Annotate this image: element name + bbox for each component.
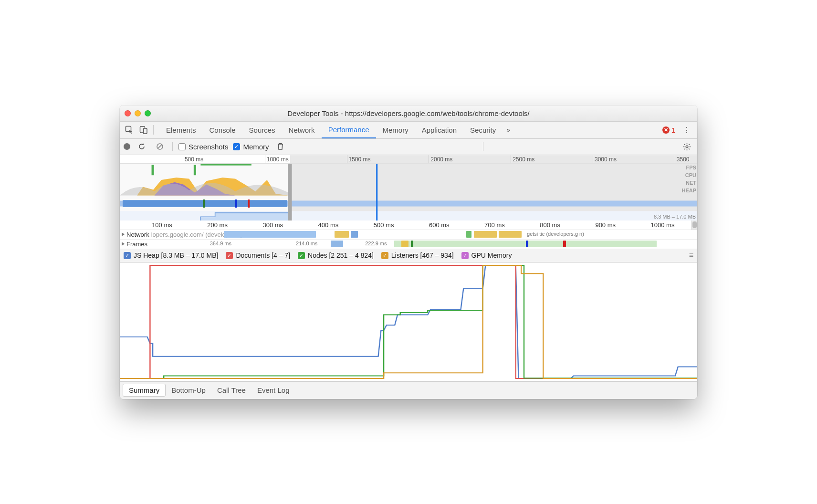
panel-tab-elements[interactable]: Elements (159, 122, 203, 138)
svg-rect-2 (144, 128, 147, 134)
counter-swatch-icon (226, 252, 233, 259)
counters-menu-icon[interactable]: ≡ (689, 251, 693, 260)
frame-bar[interactable] (563, 241, 566, 247)
vertical-scrollbar[interactable] (691, 220, 697, 230)
memory-chart[interactable] (120, 262, 697, 382)
window-titlebar: Developer Tools - https://developers.goo… (120, 105, 697, 122)
clear-button[interactable] (153, 140, 167, 153)
error-count-value: 1 (671, 126, 675, 134)
memory-label: Memory (243, 143, 269, 151)
detail-tick: 1000 ms (649, 220, 675, 230)
frame-bar[interactable] (331, 241, 344, 247)
close-window-button[interactable] (125, 110, 131, 116)
overview-lanes[interactable]: FPSCPUNETHEAP 8.3 MB – 17.0 MB (120, 164, 697, 220)
counter-label: GPU Memory (471, 252, 512, 259)
detail-tick: 900 ms (594, 220, 616, 230)
detail-ruler[interactable]: 100 ms200 ms300 ms400 ms500 ms600 ms700 … (120, 220, 697, 230)
frame-bar[interactable] (411, 241, 413, 247)
minimize-window-button[interactable] (135, 110, 141, 116)
reload-button[interactable] (135, 140, 148, 153)
memory-checkbox[interactable]: Memory (233, 143, 269, 151)
error-icon: ✕ (662, 126, 670, 134)
settings-button[interactable] (680, 140, 693, 153)
checkbox-icon (178, 143, 186, 150)
screenshots-checkbox[interactable]: Screenshots (178, 143, 228, 151)
overview-lane-label: CPU (681, 171, 696, 179)
chart-series-listeners (120, 265, 697, 378)
svg-rect-16 (200, 164, 251, 166)
detail-tick: 800 ms (538, 220, 560, 230)
counter-toggle[interactable]: GPU Memory (461, 252, 512, 259)
detail-tick: 700 ms (483, 220, 505, 230)
maximize-window-button[interactable] (145, 110, 151, 116)
network-bar[interactable] (499, 231, 522, 238)
network-bar[interactable] (224, 231, 316, 238)
panel-tab-performance[interactable]: Performance (322, 122, 376, 138)
overview-heap-range: 8.3 MB – 17.0 MB (654, 214, 696, 220)
counter-toggle[interactable]: Nodes [2 251 – 4 824] (298, 252, 374, 259)
overview-tick: 2500 ms (511, 155, 534, 163)
counter-toggle[interactable]: JS Heap [8.3 MB – 17.0 MB] (124, 252, 218, 259)
frame-bar[interactable] (526, 241, 528, 247)
overview-tick: 3500 ms (675, 155, 697, 163)
details-tab-bottom-up[interactable]: Bottom-Up (166, 384, 211, 396)
counter-label: Nodes [2 251 – 4 824] (308, 252, 374, 259)
detail-tick: 500 ms (372, 220, 394, 230)
trash-button[interactable] (274, 140, 287, 153)
window-title: Developer Tools - https://developers.goo… (120, 109, 697, 117)
counter-toggle[interactable]: Listeners [467 – 934] (381, 252, 454, 259)
overview-pane[interactable]: 500 ms1000 ms1500 ms2000 ms2500 ms3000 m… (120, 155, 697, 220)
counter-label: JS Heap [8.3 MB – 17.0 MB] (134, 252, 218, 259)
memory-counters-bar: JS Heap [8.3 MB – 17.0 MB]Documents [4 –… (120, 249, 697, 262)
overview-ruler[interactable]: 500 ms1000 ms1500 ms2000 ms2500 ms3000 m… (120, 155, 697, 164)
network-bar[interactable] (474, 231, 497, 238)
disclosure-triangle-icon[interactable] (122, 232, 125, 236)
traffic-lights (125, 110, 151, 116)
panel-tab-application[interactable]: Application (415, 122, 463, 138)
svg-line-10 (684, 144, 685, 145)
counter-toggle[interactable]: Documents [4 – 7] (226, 252, 290, 259)
panel-tab-memory[interactable]: Memory (376, 122, 415, 138)
frames-track[interactable]: Frames 364.9 ms 214.0 ms 222.9 ms (120, 240, 697, 249)
error-count-badge[interactable]: ✕ 1 (660, 126, 678, 134)
devtools-window: Developer Tools - https://developers.goo… (120, 105, 697, 399)
svg-rect-20 (235, 200, 237, 208)
overflow-tabs-button[interactable]: » (503, 126, 513, 134)
panel-tab-sources[interactable]: Sources (242, 122, 282, 138)
disclosure-triangle-icon[interactable] (122, 242, 125, 246)
device-toolbar-icon[interactable] (137, 123, 150, 136)
detail-tick: 200 ms (206, 220, 228, 230)
counter-swatch-icon (298, 252, 305, 259)
network-bar[interactable] (351, 231, 358, 238)
frame-time-label: 364.9 ms (210, 241, 231, 246)
panel-tab-network[interactable]: Network (282, 122, 322, 138)
svg-line-13 (689, 144, 690, 145)
counter-swatch-icon (381, 252, 388, 259)
svg-rect-14 (152, 165, 154, 175)
panel-tab-console[interactable]: Console (203, 122, 242, 138)
inspect-element-icon[interactable] (123, 123, 136, 136)
record-button[interactable] (124, 143, 130, 150)
scrollbar-thumb[interactable] (692, 221, 697, 228)
detail-tick: 400 ms (317, 220, 339, 230)
panel-tab-security[interactable]: Security (463, 122, 503, 138)
network-track-label: Network (126, 231, 149, 238)
overview-tick: 500 ms (183, 155, 203, 163)
devtools-menu-button[interactable]: ⋮ (679, 126, 694, 135)
overview-lane-label: FPS (681, 164, 696, 171)
svg-line-11 (689, 148, 690, 149)
details-tabstrip: SummaryBottom-UpCall TreeEvent Log (120, 382, 697, 399)
network-bar[interactable] (466, 231, 471, 238)
svg-rect-21 (248, 200, 250, 208)
network-track[interactable]: Network lopers.google.com/ (developers.g… (120, 230, 697, 240)
frame-bar[interactable] (401, 241, 408, 247)
details-tab-event-log[interactable]: Event Log (251, 384, 295, 396)
counter-swatch-icon (124, 252, 131, 259)
flamechart-pane[interactable]: Network lopers.google.com/ (developers.g… (120, 230, 697, 249)
details-tab-summary[interactable]: Summary (123, 384, 166, 397)
counter-swatch-icon (461, 252, 469, 259)
chart-series-documents (120, 265, 697, 378)
details-tab-call-tree[interactable]: Call Tree (211, 384, 251, 396)
svg-line-4 (158, 145, 162, 148)
network-bar[interactable] (335, 231, 349, 238)
